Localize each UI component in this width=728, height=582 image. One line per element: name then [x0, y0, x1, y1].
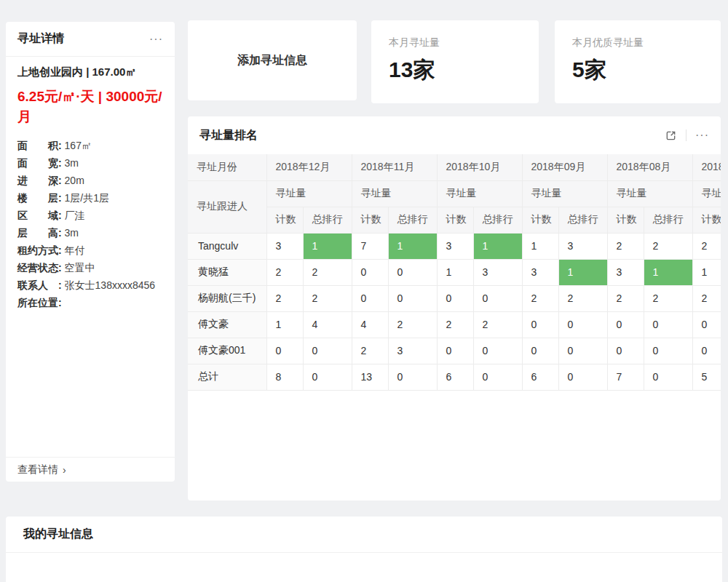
more-icon[interactable]: ···: [695, 129, 709, 141]
count-cell: 5: [692, 364, 721, 390]
ranking-title: 寻址量排名: [199, 128, 665, 143]
rank-cell: 3: [558, 233, 607, 259]
count-cell: 6: [522, 364, 558, 390]
detail-field-row: 面 宽: 3m: [17, 154, 163, 172]
count-cell: 7: [352, 233, 388, 259]
rank-cell: 0: [644, 311, 692, 338]
rank-cell: 0: [644, 338, 692, 364]
table-row: 黄晓猛22001331311: [188, 259, 721, 285]
detail-card-header: 寻址详情 ···: [6, 22, 175, 57]
follower-name: 杨朝航(三千): [188, 285, 266, 311]
export-icon[interactable]: [665, 129, 677, 142]
month-header: 2018年11月: [352, 154, 437, 180]
rank-cell: 0: [558, 311, 607, 338]
detail-field-label: 经营状态:: [17, 262, 62, 274]
rank-cell: 1: [303, 233, 352, 259]
count-cell: 2: [607, 233, 644, 259]
rank-cell: 3: [388, 338, 437, 364]
header-divider: [686, 129, 687, 141]
more-icon[interactable]: ···: [149, 33, 163, 45]
table-row: 总计801306060705: [188, 364, 721, 390]
rank-cell: 1: [558, 259, 607, 285]
table-row: 傅文豪00100230000000: [188, 338, 721, 364]
rank-cell: 2: [388, 311, 437, 338]
count-cell: 2: [352, 338, 388, 364]
group-header: 寻址量: [437, 180, 522, 207]
rank-cell: 0: [388, 285, 437, 311]
count-cell: 2: [437, 311, 473, 338]
detail-field-label: 楼 层:: [17, 192, 62, 204]
detail-field-row: 面 积: 167㎡: [17, 137, 163, 154]
count-cell: 3: [607, 259, 644, 285]
detail-field-value: 张女士138xxxx8456: [62, 279, 155, 291]
rank-cell: 1: [388, 233, 437, 259]
rank-cell: 2: [644, 233, 692, 259]
count-cell: 1: [437, 259, 473, 285]
rank-cell: 1: [473, 233, 522, 259]
count-subheader: 计数: [522, 207, 558, 233]
detail-field-value: 3m: [62, 157, 79, 169]
rank-cell: 0: [303, 338, 352, 364]
table-row: 杨朝航(三千)22000022222: [188, 285, 721, 311]
detail-field-row: 层 高: 3m: [17, 224, 163, 242]
detail-field-label: 联系人 :: [17, 279, 62, 291]
month-header: 2018年08月: [607, 154, 692, 180]
detail-field-row: 联系人 : 张女士138xxxx8456: [17, 276, 163, 294]
table-row: Tangculv31713113222: [188, 233, 721, 259]
stat-label: 本月寻址量: [389, 36, 521, 49]
add-address-button[interactable]: 添加寻址信息: [188, 20, 357, 100]
count-cell: 0: [522, 311, 558, 338]
group-header: 寻址量: [352, 180, 437, 207]
detail-field-value: 3m: [62, 227, 79, 239]
count-cell: 0: [692, 311, 721, 338]
count-cell: 2: [607, 285, 644, 311]
detail-field-value: 20m: [62, 175, 84, 186]
detail-field-row: 经营状态: 空置中: [17, 259, 163, 276]
follower-name: 黄晓猛: [188, 259, 266, 285]
detail-field-value: 空置中: [62, 262, 95, 274]
detail-field-label: 所在位置:: [17, 297, 62, 308]
rank-cell: 1: [644, 259, 692, 285]
month-axis-header: 寻址月份: [188, 154, 266, 180]
detail-field-label: 面 积:: [17, 140, 62, 151]
rank-cell: 2: [558, 285, 607, 311]
ranking-card-header: 寻址量排名 ···: [188, 116, 721, 154]
count-cell: 13: [352, 364, 388, 390]
ranking-table-viewport: 寻址月份2018年12月2018年11月2018年10月2018年09月2018…: [188, 154, 721, 391]
address-detail-card: 寻址详情 ··· 上地创业园内 | 167.00㎡ 6.25元/㎡·天 | 30…: [6, 22, 175, 482]
stat-card-monthly-count: 本月寻址量 13家: [371, 20, 539, 103]
count-cell: 4: [352, 311, 388, 338]
rank-cell: 0: [303, 364, 352, 390]
add-address-label: 添加寻址信息: [237, 53, 307, 68]
rank-cell: 2: [303, 259, 352, 285]
month-header: 2018年12月: [266, 154, 352, 180]
rank-cell: 0: [558, 364, 607, 390]
property-price: 6.25元/㎡·天 | 30000元/月: [17, 87, 163, 127]
view-details-link[interactable]: 查看详情 ›: [6, 457, 175, 482]
count-cell: 2: [522, 285, 558, 311]
detail-card-title: 寻址详情: [17, 31, 64, 47]
rank-subheader: 总排行: [644, 207, 692, 233]
follower-name: 傅文豪001: [188, 338, 266, 364]
count-subheader: 计数: [266, 207, 303, 233]
count-subheader: 计数: [352, 207, 388, 233]
month-header: 2018年07月: [692, 154, 721, 180]
count-cell: 0: [352, 285, 388, 311]
detail-field-label: 进 深:: [17, 175, 62, 186]
group-header: 寻址量: [692, 180, 721, 207]
detail-field-value: 厂洼: [62, 210, 85, 221]
my-address-info-card: 我的寻址信息: [6, 517, 722, 582]
table-row: 傅文豪14422200000: [188, 311, 721, 338]
detail-field-label: 租约方式:: [17, 244, 62, 256]
detail-field-value: 年付: [62, 244, 85, 256]
rank-subheader: 总排行: [473, 207, 522, 233]
my-address-info-header: 我的寻址信息: [6, 517, 722, 553]
rank-cell: 0: [558, 338, 607, 364]
detail-field-row: 所在位置:: [17, 294, 163, 311]
my-address-info-title: 我的寻址信息: [23, 527, 93, 542]
count-cell: 0: [692, 338, 721, 364]
detail-field-row: 租约方式: 年付: [17, 242, 163, 259]
rank-cell: 0: [473, 364, 522, 390]
follower-name: Tangculv: [188, 233, 266, 259]
detail-field-value: 1层/共1层: [62, 192, 109, 204]
